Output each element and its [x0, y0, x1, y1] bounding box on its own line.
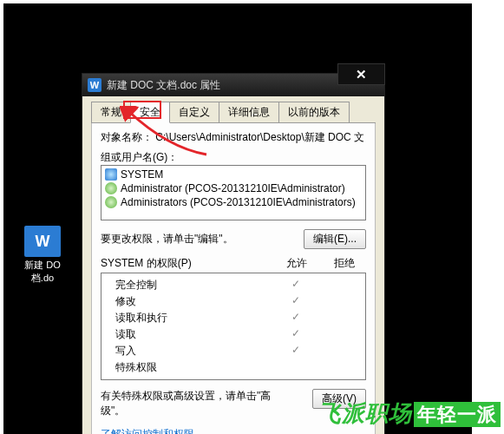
window-title: 新建 DOC 文档.doc 属性 [107, 78, 220, 93]
file-label-1: 新建 DO [21, 259, 64, 272]
allow-label: 允许 [271, 256, 323, 271]
user-icon [105, 196, 117, 208]
perm-header: SYSTEM 的权限(P) [101, 256, 271, 271]
check-icon: ✓ [270, 278, 322, 293]
object-name-label: 对象名称： [101, 130, 153, 145]
list-item[interactable]: SYSTEM [105, 168, 362, 181]
user-icon [105, 182, 117, 194]
perm-row: 写入✓ [107, 343, 360, 359]
tabs: 常规 安全 自定义 详细信息 以前的版本 [91, 102, 376, 123]
check-icon: ✓ [270, 344, 322, 358]
edit-button[interactable]: 编辑(E)... [304, 229, 366, 249]
object-name-value: C:\Users\Administrator\Desktop\新建 DOC 文 [155, 131, 364, 143]
learn-more-link[interactable]: 了解访问控制和权限 [101, 427, 194, 434]
security-panel: 对象名称： C:\Users\Administrator\Desktop\新建 … [91, 123, 376, 434]
close-button[interactable]: ✕ [337, 63, 385, 85]
groups-list[interactable]: SYSTEM Administrator (PCOS-20131210IE\Ad… [101, 165, 366, 220]
desktop-viewport: W 新建 DO 档.do W 新建 DOC 文档.doc 属性 ✕ 常规 安全 … [3, 3, 472, 434]
close-icon: ✕ [356, 67, 367, 82]
advanced-hint: 有关特殊权限或高级设置，请单击"高级"。 [101, 389, 291, 418]
properties-dialog: W 新建 DOC 文档.doc 属性 ✕ 常规 安全 自定义 详细信息 以前的版… [82, 73, 385, 434]
file-label-2: 档.do [21, 272, 64, 285]
perm-row: 完全控制✓ [107, 277, 360, 293]
doc-icon: W [24, 226, 61, 257]
tab-custom[interactable]: 自定义 [169, 102, 219, 122]
app-icon: W [88, 78, 101, 92]
desktop-file-icon[interactable]: W 新建 DO 档.do [21, 226, 64, 285]
watermark: 飞派职场年轻一派 [318, 398, 501, 429]
system-icon [105, 168, 117, 181]
check-icon: ✓ [270, 294, 322, 309]
check-icon: ✓ [270, 327, 322, 342]
titlebar[interactable]: W 新建 DOC 文档.doc 属性 ✕ [82, 74, 384, 96]
perm-row: 特殊权限 [107, 359, 360, 376]
perm-row: 修改✓ [107, 293, 360, 310]
tab-previous[interactable]: 以前的版本 [278, 102, 350, 122]
permissions-list: 完全控制✓ 修改✓ 读取和执行✓ 读取✓ 写入✓ 特殊权限 [101, 273, 366, 380]
groups-label: 组或用户名(G)： [101, 150, 366, 165]
tab-general[interactable]: 常规 [91, 102, 131, 122]
list-item[interactable]: Administrator (PCOS-20131210IE\Administr… [105, 181, 362, 195]
edit-hint: 要更改权限，请单击"编辑"。 [101, 232, 233, 247]
list-item[interactable]: Administrators (PCOS-20131210IE\Administ… [105, 195, 362, 209]
perm-row: 读取✓ [107, 326, 360, 343]
tab-security[interactable]: 安全 [130, 102, 170, 123]
check-icon: ✓ [270, 311, 322, 326]
deny-label: 拒绝 [323, 256, 366, 271]
perm-row: 读取和执行✓ [107, 310, 360, 326]
tab-details[interactable]: 详细信息 [219, 102, 279, 122]
